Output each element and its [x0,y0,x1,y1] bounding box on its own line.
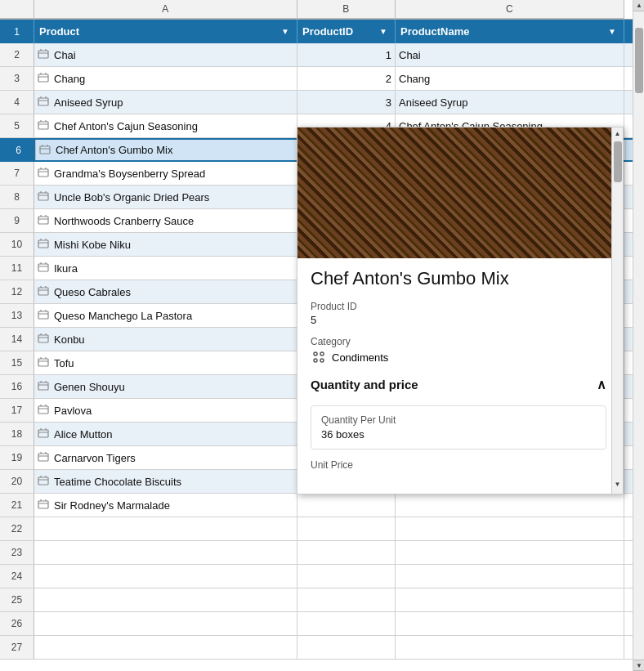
cell-product [34,517,297,540]
product-icon [38,285,51,298]
row-number: 24 [0,565,34,588]
table-row[interactable]: 21 Sir Rodney's Marmalade [0,494,644,517]
row-number: 19 [0,446,34,469]
cell-product-text: Chang [54,73,85,85]
table-row[interactable]: 3 Chang2Chang [0,67,644,91]
cell-product-text: Queso Cabrales [54,286,131,298]
quantity-section-title: Quantity and price [311,378,418,391]
svg-rect-72 [38,477,48,485]
row-number: 23 [0,541,34,564]
panel-scroll-down[interactable]: ▼ [612,478,624,490]
svg-rect-56 [38,382,48,390]
spreadsheet-scrollbar[interactable]: ▲ ▼ [633,0,644,671]
cell-product [34,541,297,564]
product-id-label: Product ID [311,301,606,312]
panel-scroll-thumb[interactable] [614,141,622,182]
svg-rect-48 [38,335,48,342]
cell-product [34,565,297,588]
product-icon [38,238,51,251]
header-productname-label: ProductName [400,25,470,38]
row-number: 3 [0,67,34,90]
cell-product-text: Queso Manchego La Pastora [54,310,192,322]
row-number: 6 [2,140,36,160]
detail-product-title: Chef Anton's Gumbo Mix [311,268,606,289]
svg-point-81 [320,352,324,356]
panel-scroll-up[interactable]: ▲ [612,127,624,140]
cell-product: Sir Rodney's Marmalade [34,494,297,517]
row-number: 7 [0,162,34,185]
cell-product: Teatime Chocolate Biscuits [34,470,297,493]
row-number: 15 [0,351,34,374]
cell-product: Chai [34,43,297,66]
table-row[interactable]: 22 [0,517,644,541]
row-number: 2 [0,43,34,66]
product-icon [38,167,51,180]
cell-product [34,612,297,635]
filter-productid-icon[interactable]: ▼ [377,25,390,38]
product-icon [38,499,51,512]
header-cell-product: Product ▼ [34,20,297,43]
table-row[interactable]: 27 [0,636,644,660]
detail-panel: Chef Anton's Gumbo Mix Product ID 5 Cate… [297,127,624,494]
cell-product: Chef Anton's Cajun Seasoning [34,114,297,137]
product-image-texture [297,127,623,258]
cell-product-text: Northwoods Cranberry Sauce [54,215,194,227]
product-icon [38,333,51,346]
product-icon [38,262,51,275]
cell-productname: Aniseed Syrup [396,91,624,114]
product-icon [38,475,51,488]
row-number: 8 [0,186,34,208]
filter-productname-icon[interactable]: ▼ [606,25,619,38]
corner-cell [0,0,34,19]
panel-scroll-track [612,140,623,478]
cell-product [34,636,297,659]
cell-product: Aniseed Syrup [34,91,297,114]
product-icon [38,190,51,204]
product-icon [38,404,51,417]
unit-price-section: Unit Price [311,453,606,471]
header-row-num: 1 [0,20,34,43]
cell-product-text: Grandma's Boysenberry Spread [54,168,205,180]
filter-product-icon[interactable]: ▼ [279,25,292,38]
cell-productid: 3 [297,91,396,114]
cell-product: Konbu [34,328,297,351]
scroll-up-arrow[interactable]: ▲ [633,0,644,11]
svg-rect-64 [38,430,48,437]
table-row[interactable]: 25 [0,588,644,612]
cell-product: Mishi Kobe Niku [34,233,297,256]
cell-product: Genen Shouyu [34,375,297,398]
row-number: 14 [0,328,34,351]
table-row[interactable]: 4 Aniseed Syrup3Aniseed Syrup [0,91,644,114]
scroll-thumb[interactable] [635,28,643,93]
cell-product-text: Alice Mutton [54,428,113,441]
svg-rect-44 [38,311,48,319]
row-number: 10 [0,233,34,256]
panel-scrollbar[interactable]: ▲ ▼ [611,127,623,494]
detail-product-image [297,127,623,258]
table-row[interactable]: 24 [0,565,644,588]
cell-product-text: Aniseed Syrup [54,96,123,109]
header-cell-productname: ProductName ▼ [396,20,624,43]
svg-point-83 [320,359,324,362]
svg-rect-4 [38,74,48,82]
row-number: 21 [0,494,34,517]
row-number: 12 [0,280,34,303]
table-row[interactable]: 23 [0,541,644,565]
cell-productid [297,494,396,517]
product-icon [38,356,51,369]
category-icon [311,349,327,365]
collapse-icon[interactable]: ∧ [597,377,606,392]
row-number: 22 [0,517,34,540]
cell-product-text: Tofu [54,357,74,369]
product-icon [38,214,51,227]
cell-product [34,588,297,611]
cell-product-text: Mishi Kobe Niku [54,239,131,251]
product-icon [38,48,51,61]
scroll-down-arrow[interactable]: ▼ [633,660,644,671]
cell-product-text: Ikura [54,262,78,275]
svg-rect-28 [38,217,48,224]
product-icon [38,427,51,441]
cell-productname [396,588,624,611]
table-row[interactable]: 26 [0,612,644,636]
table-row[interactable]: 2 Chai1Chai [0,43,644,67]
